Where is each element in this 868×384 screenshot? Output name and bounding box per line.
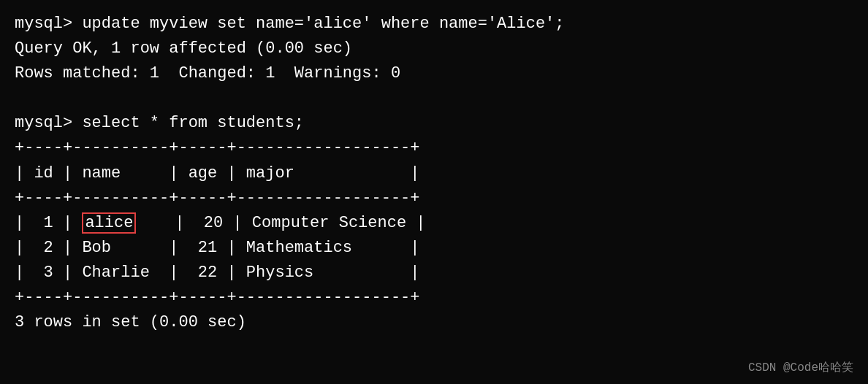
table-data-row-1: | 1 | alice | 20 | Computer Science | [15,211,853,236]
watermark: CSDN @Code哈哈笑 [748,360,853,375]
empty-line-1 [15,86,853,111]
query-result-table: +----+----------+-----+-----------------… [15,136,853,310]
table-border-bottom: +----+----------+-----+-----------------… [15,285,853,310]
rows-in-set-line: 3 rows in set (0.00 sec) [15,310,853,335]
query-ok-line: Query OK, 1 row affected (0.00 sec) [15,37,853,61]
command-select: mysql> select * from students; [15,111,853,136]
table-border-top: +----+----------+-----+-----------------… [15,136,853,161]
table-data-row-2: | 2 | Bob | 21 | Mathematics | [15,236,853,261]
table-border-middle: +----+----------+-----+-----------------… [15,186,853,211]
table-data-row-3: | 3 | Charlie | 22 | Physics | [15,261,853,285]
command-update: mysql> update myview set name='alice' wh… [15,12,853,37]
table-header-row: | id | name | age | major | [15,161,853,186]
alice-cell: alice [82,212,136,234]
terminal-output: mysql> update myview set name='alice' wh… [15,12,853,335]
rows-matched-line: Rows matched: 1 Changed: 1 Warnings: 0 [15,61,853,86]
